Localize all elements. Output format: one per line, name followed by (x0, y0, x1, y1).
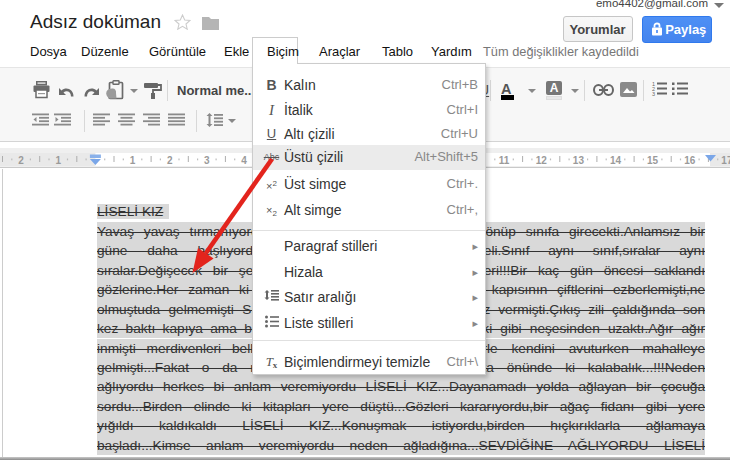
svg-text:15: 15 (647, 155, 659, 166)
svg-text:3: 3 (652, 91, 655, 96)
svg-text:1: 1 (56, 155, 62, 166)
svg-text:16: 16 (684, 155, 696, 166)
svg-text:1: 1 (130, 155, 136, 166)
svg-text:12: 12 (536, 155, 548, 166)
svg-text:14: 14 (610, 155, 622, 166)
svg-text:2: 2 (18, 155, 24, 166)
svg-text:11: 11 (499, 155, 510, 166)
svg-text:2: 2 (167, 155, 173, 166)
svg-text:17: 17 (721, 155, 730, 166)
svg-text:13: 13 (573, 155, 585, 166)
